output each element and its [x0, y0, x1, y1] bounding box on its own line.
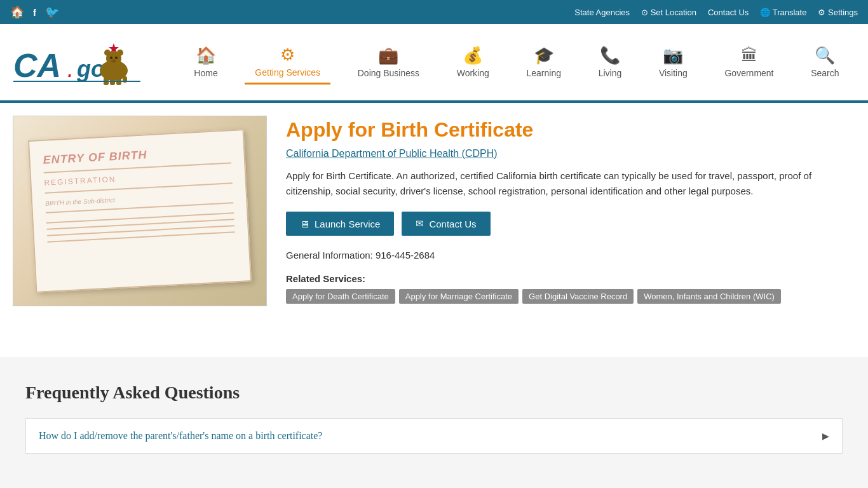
logo-text: CA . gov — [10, 36, 150, 89]
certificate-mock: ENTRY OF BIRTH REGISTRATION BIRTH in the… — [28, 129, 252, 292]
contact-us-topbar-link[interactable]: Contact Us — [708, 8, 749, 17]
nav-home[interactable]: 🏠 Home — [184, 41, 227, 83]
translate-icon: 🌐 — [760, 8, 770, 17]
contact-us-button[interactable]: ✉ Contact Us — [402, 212, 490, 236]
working-icon: 💰 — [463, 46, 483, 65]
learning-icon: 🎓 — [534, 46, 554, 65]
svg-text:.: . — [67, 56, 74, 82]
faq-section: Frequently Asked Questions How do I add/… — [0, 357, 868, 482]
nav-learning[interactable]: 🎓 Learning — [516, 41, 571, 83]
related-tags: Apply for Death Certificate Apply for Ma… — [286, 289, 781, 304]
nav-bar: CA . gov — [0, 24, 868, 100]
settings-icon: ⚙ — [818, 8, 825, 17]
service-image: ENTRY OF BIRTH REGISTRATION BIRTH in the… — [13, 116, 267, 306]
state-agencies-link[interactable]: State Agencies — [574, 8, 630, 17]
related-services: Related Services: Apply for Death Certif… — [286, 271, 853, 304]
svg-point-7 — [117, 50, 123, 56]
general-info: General Information: 916-445-2684 — [286, 250, 853, 261]
faq-item-1: How do I add/remove the parent's/father'… — [25, 418, 843, 454]
nav-visiting[interactable]: 📷 Visiting — [649, 41, 698, 83]
living-icon: 📞 — [600, 46, 620, 65]
tag-vaccine-record[interactable]: Get Digital Vaccine Record — [522, 289, 634, 304]
faq-chevron-icon: ▶ — [822, 431, 829, 442]
launch-icon: 🖥 — [300, 219, 309, 229]
home-nav-icon: 🏠 — [196, 46, 216, 65]
svg-point-8 — [110, 57, 112, 59]
nav-government[interactable]: 🏛 Government — [714, 41, 783, 83]
contact-icon: ✉ — [416, 218, 424, 229]
location-icon: ⊙ — [641, 8, 648, 17]
government-icon: 🏛 — [741, 46, 757, 65]
visiting-icon: 📷 — [663, 46, 683, 65]
faq-question-1[interactable]: How do I add/remove the parent's/father'… — [26, 419, 842, 453]
search-icon: 🔍 — [815, 46, 835, 65]
faq-title: Frequently Asked Questions — [25, 383, 843, 403]
tag-death-cert[interactable]: Apply for Death Certificate — [286, 289, 395, 304]
svg-point-10 — [111, 59, 116, 62]
nav-working[interactable]: 💰 Working — [447, 41, 499, 83]
nav-search[interactable]: 🔍 Search — [801, 41, 849, 83]
svg-point-6 — [104, 50, 111, 56]
twitter-icon-link[interactable]: 🐦 — [45, 5, 59, 19]
top-bar-links: State Agencies ⊙ Set Location Contact Us… — [574, 8, 858, 17]
service-title: Apply for Birth Certificate — [286, 118, 853, 142]
service-details: Apply for Birth Certificate California D… — [280, 103, 868, 357]
related-label: Related Services: — [286, 271, 365, 284]
svg-point-9 — [115, 57, 118, 59]
nav-living[interactable]: 📞 Living — [588, 41, 632, 83]
tag-marriage-cert[interactable]: Apply for Marriage Certificate — [399, 289, 519, 304]
launch-service-button[interactable]: 🖥 Launch Service — [286, 212, 394, 236]
getting-services-icon: ⚙ — [280, 45, 295, 65]
cert-divider4 — [46, 212, 234, 223]
service-buttons: 🖥 Launch Service ✉ Contact Us — [286, 212, 853, 236]
nav-doing-business[interactable]: 💼 Doing Business — [348, 41, 430, 83]
top-bar: 🏠 f 🐦 State Agencies ⊙ Set Location Cont… — [0, 0, 868, 24]
logo[interactable]: CA . gov — [10, 36, 156, 89]
service-agency[interactable]: California Department of Public Health (… — [286, 148, 853, 159]
facebook-icon-link[interactable]: f — [33, 7, 36, 18]
settings-link[interactable]: ⚙ Settings — [818, 8, 858, 17]
set-location-link[interactable]: ⊙ Set Location — [641, 8, 696, 17]
home-icon-link[interactable]: 🏠 — [10, 5, 24, 19]
doing-business-icon: 💼 — [378, 46, 398, 65]
svg-text:CA: CA — [13, 47, 61, 84]
tag-wic[interactable]: Women, Infants and Children (WIC) — [637, 289, 781, 304]
nav-getting-services[interactable]: ⚙ Getting Services — [245, 40, 330, 85]
top-bar-social: 🏠 f 🐦 — [10, 5, 59, 19]
main-content: ENTRY OF BIRTH REGISTRATION BIRTH in the… — [0, 103, 868, 357]
service-description: Apply for Birth Certificate. An authoriz… — [286, 168, 853, 199]
nav-items: 🏠 Home ⚙ Getting Services 💼 Doing Busine… — [175, 40, 858, 85]
translate-link[interactable]: 🌐 Translate — [760, 8, 806, 17]
